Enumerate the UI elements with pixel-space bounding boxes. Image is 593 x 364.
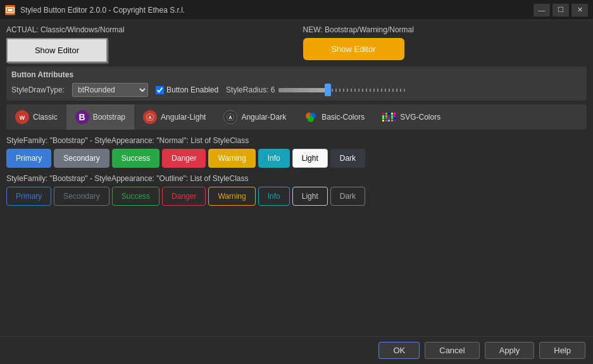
new-preview-panel: NEW: Bootstrap/Warning/Normal Show Edito… bbox=[303, 25, 587, 63]
tab-bootstrap[interactable]: B Bootstrap bbox=[66, 104, 134, 130]
btn-secondary-normal[interactable]: Secondary bbox=[54, 149, 109, 168]
btn-secondary-outline[interactable]: Secondary bbox=[54, 187, 109, 206]
slider-wrapper bbox=[278, 84, 405, 96]
svg-colors-icon bbox=[382, 110, 396, 124]
close-button[interactable]: ✕ bbox=[571, 4, 588, 16]
tab-classic[interactable]: W Classic bbox=[6, 104, 66, 130]
svg-text:W: W bbox=[20, 115, 25, 121]
outline-section: StyleFamily: "Bootstrap" - StyleAppearan… bbox=[6, 174, 587, 206]
tab-angular-dark-label: Angular-Dark bbox=[241, 113, 286, 122]
btn-primary-normal[interactable]: Primary bbox=[6, 149, 51, 168]
attributes-title: Button Attributes bbox=[11, 70, 582, 79]
app-icon bbox=[5, 5, 15, 15]
tab-svg-colors-label: SVG-Colors bbox=[400, 113, 440, 122]
svg-text:A: A bbox=[229, 115, 232, 120]
style-draw-type-label: StyleDrawType: bbox=[11, 85, 65, 94]
tab-bootstrap-label: Bootstrap bbox=[93, 113, 125, 122]
btn-light-normal[interactable]: Light bbox=[292, 149, 328, 168]
btn-danger-outline[interactable]: Danger bbox=[162, 187, 206, 206]
button-enabled-checkbox[interactable] bbox=[156, 86, 164, 94]
normal-section-label: StyleFamily: "Bootstrap" - StyleAppearan… bbox=[6, 136, 587, 145]
cancel-button[interactable]: Cancel bbox=[425, 342, 479, 359]
new-show-editor-button[interactable]: Show Editor bbox=[303, 38, 404, 60]
svg-point-11 bbox=[308, 116, 314, 122]
titlebar-controls: — ☐ ✕ bbox=[534, 4, 588, 16]
apply-button[interactable]: Apply bbox=[485, 342, 535, 359]
bottom-bar: OK Cancel Apply Help bbox=[0, 336, 593, 364]
ok-button[interactable]: OK bbox=[378, 342, 420, 359]
bootstrap-icon: B bbox=[75, 110, 89, 124]
tab-angular-light-label: Angular-Light bbox=[161, 113, 206, 122]
tab-basic-colors-label: Basic-Colors bbox=[321, 113, 365, 122]
btn-warning-normal[interactable]: Warning bbox=[208, 149, 255, 168]
btn-success-normal[interactable]: Success bbox=[112, 149, 159, 168]
preview-area: ACTUAL: Classic/Windows/Normal Show Edit… bbox=[6, 25, 587, 63]
btn-info-outline[interactable]: Info bbox=[258, 187, 290, 206]
actual-show-editor-button[interactable]: Show Editor bbox=[6, 38, 108, 63]
tab-basic-colors[interactable]: Basic-Colors bbox=[295, 104, 373, 130]
minimize-button[interactable]: — bbox=[534, 4, 550, 16]
btn-light-outline[interactable]: Light bbox=[292, 187, 328, 206]
style-radius-label: StyleRadius: 6 bbox=[226, 85, 275, 94]
style-radius-container: StyleRadius: 6 bbox=[226, 84, 405, 96]
btn-primary-outline[interactable]: Primary bbox=[6, 187, 51, 206]
new-label: NEW: Bootstrap/Warning/Normal bbox=[303, 25, 414, 34]
slider-thumb[interactable] bbox=[325, 84, 331, 96]
btn-dark-outline[interactable]: Dark bbox=[330, 187, 365, 206]
btn-dark-normal[interactable]: Dark bbox=[330, 149, 365, 168]
svg-text:A: A bbox=[149, 115, 152, 120]
help-button[interactable]: Help bbox=[539, 342, 585, 359]
normal-section: StyleFamily: "Bootstrap" - StyleAppearan… bbox=[6, 136, 587, 168]
button-enabled-checkbox-label: Button Enabled bbox=[156, 85, 218, 94]
attributes-section: Button Attributes StyleDrawType: btRound… bbox=[6, 66, 587, 101]
btn-danger-normal[interactable]: Danger bbox=[162, 149, 206, 168]
btn-warning-outline[interactable]: Warning bbox=[208, 187, 255, 206]
titlebar: Styled Button Editor 2.0.0 - Copyright E… bbox=[0, 0, 593, 20]
slider-fill bbox=[278, 88, 329, 92]
tab-bar: W Classic B Bootstrap A Angular-Light A … bbox=[6, 104, 587, 130]
main-content: ACTUAL: Classic/Windows/Normal Show Edit… bbox=[0, 20, 593, 211]
titlebar-title: Styled Button Editor 2.0.0 - Copyright E… bbox=[20, 6, 185, 15]
btn-info-normal[interactable]: Info bbox=[258, 149, 290, 168]
attributes-row: StyleDrawType: btRounded btSquare btCirc… bbox=[11, 83, 582, 97]
tab-angular-dark[interactable]: A Angular-Dark bbox=[215, 104, 295, 130]
outline-section-label: StyleFamily: "Bootstrap" - StyleAppearan… bbox=[6, 174, 587, 183]
angular-light-icon: A bbox=[143, 110, 157, 124]
basic-colors-icon bbox=[304, 110, 318, 124]
svg-rect-1 bbox=[8, 9, 13, 11]
actual-label: ACTUAL: Classic/Windows/Normal bbox=[6, 25, 125, 34]
outline-buttons-row: Primary Secondary Success Danger Warning… bbox=[6, 187, 587, 206]
btn-success-outline[interactable]: Success bbox=[112, 187, 159, 206]
maximize-button[interactable]: ☐ bbox=[552, 4, 569, 16]
tab-classic-label: Classic bbox=[33, 113, 58, 122]
actual-preview-panel: ACTUAL: Classic/Windows/Normal Show Edit… bbox=[6, 25, 290, 63]
normal-buttons-row: Primary Secondary Success Danger Warning… bbox=[6, 149, 587, 168]
classic-icon: W bbox=[15, 110, 29, 124]
style-draw-type-select[interactable]: btRounded btSquare btCircle bbox=[72, 83, 148, 97]
slider-track bbox=[278, 89, 405, 92]
button-enabled-label: Button Enabled bbox=[166, 85, 218, 94]
tab-svg-colors[interactable]: SVG-Colors bbox=[373, 104, 449, 130]
tab-angular-light[interactable]: A Angular-Light bbox=[134, 104, 215, 130]
angular-dark-icon: A bbox=[223, 110, 237, 124]
titlebar-left: Styled Button Editor 2.0.0 - Copyright E… bbox=[5, 5, 185, 15]
